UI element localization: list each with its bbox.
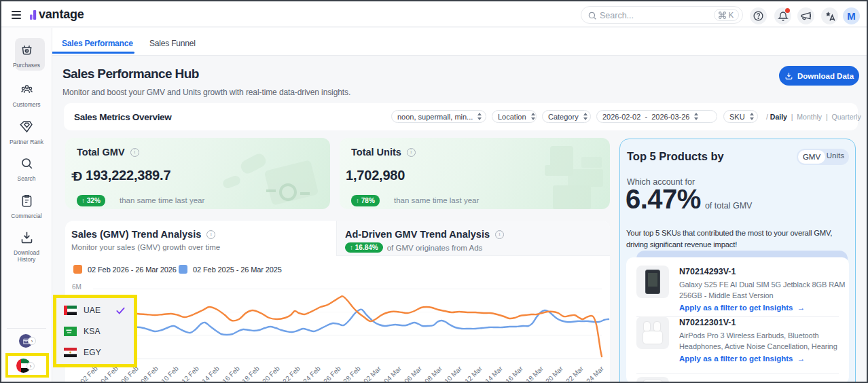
svg-text:D: D: [73, 170, 83, 181]
